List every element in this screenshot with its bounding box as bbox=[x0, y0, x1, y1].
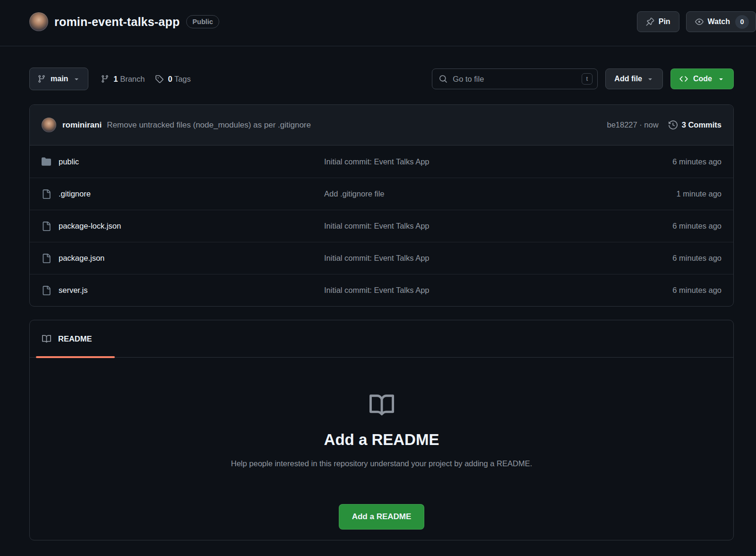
commit-time: 6 minutes ago bbox=[663, 222, 722, 231]
readme-blankslate: Add a README Help people interested in t… bbox=[30, 393, 733, 530]
table-row[interactable]: package-lock.json Initial commit: Event … bbox=[30, 210, 733, 242]
watch-button[interactable]: Watch 0 bbox=[686, 11, 756, 32]
search-icon bbox=[439, 75, 447, 83]
table-row[interactable]: server.js Initial commit: Event Talks Ap… bbox=[30, 274, 733, 306]
chevron-down-icon bbox=[646, 75, 654, 83]
pin-button[interactable]: Pin bbox=[637, 11, 679, 32]
commit-message[interactable]: Add .gitignore file bbox=[324, 189, 667, 198]
code-button[interactable]: Code bbox=[670, 68, 734, 89]
commits-count: 3 bbox=[682, 120, 686, 129]
file-table: public Initial commit: Event Talks App 6… bbox=[30, 145, 733, 306]
repo-title[interactable]: romin-event-talks-app bbox=[54, 15, 180, 29]
chevron-down-icon bbox=[717, 75, 725, 83]
pin-icon bbox=[646, 17, 654, 26]
blankslate-description: Help people interested in this repositor… bbox=[30, 459, 733, 468]
folder-icon bbox=[42, 157, 51, 166]
visibility-badge: Public bbox=[186, 15, 219, 28]
repo-header: romin-event-talks-app Public Pin Watch 0 bbox=[0, 0, 756, 46]
file-icon bbox=[42, 286, 51, 295]
commit-sha-and-time[interactable]: be18227 · now bbox=[607, 120, 658, 129]
latest-commit-bar: rominirani Remove untracked files (node_… bbox=[30, 105, 733, 145]
commit-author-avatar[interactable] bbox=[42, 118, 56, 132]
file-name[interactable]: public bbox=[59, 157, 79, 166]
code-button-label: Code bbox=[693, 75, 712, 83]
tab-readme[interactable]: README bbox=[42, 334, 92, 343]
commit-history-link[interactable]: 3 Commits bbox=[669, 120, 722, 129]
history-icon bbox=[669, 120, 678, 129]
active-tab-underline bbox=[36, 356, 115, 358]
go-to-file-search: t bbox=[432, 68, 598, 89]
file-browser: rominirani Remove untracked files (node_… bbox=[29, 104, 734, 307]
readme-header: README bbox=[30, 320, 733, 358]
file-name[interactable]: package.json bbox=[59, 254, 104, 263]
commits-count-label: Commits bbox=[688, 120, 722, 129]
keyboard-shortcut-hint: t bbox=[582, 73, 593, 85]
watch-button-label: Watch bbox=[708, 17, 730, 26]
file-icon bbox=[42, 189, 51, 199]
commit-time: 6 minutes ago bbox=[663, 254, 722, 263]
watch-counter: 0 bbox=[735, 15, 749, 29]
repo-owner-avatar[interactable] bbox=[29, 12, 48, 31]
latest-commit-message[interactable]: Remove untracked files (node_modules) as… bbox=[107, 120, 599, 130]
table-row[interactable]: public Initial commit: Event Talks App 6… bbox=[30, 145, 733, 178]
commit-author-name[interactable]: rominirani bbox=[62, 120, 102, 130]
tag-count-label: Tags bbox=[174, 75, 191, 83]
go-to-file-input[interactable] bbox=[452, 74, 581, 84]
blankslate-heading: Add a README bbox=[30, 431, 733, 449]
git-branch-icon bbox=[101, 75, 109, 83]
tab-readme-label: README bbox=[58, 334, 92, 343]
pin-button-label: Pin bbox=[659, 17, 670, 26]
file-icon bbox=[42, 254, 51, 263]
commit-message[interactable]: Initial commit: Event Talks App bbox=[324, 157, 663, 166]
branch-count-label: Branch bbox=[120, 75, 145, 83]
branch-selector-button[interactable]: main bbox=[29, 68, 88, 90]
readme-section: README Add a README Help people interest… bbox=[29, 320, 734, 540]
commit-time: 6 minutes ago bbox=[663, 157, 722, 166]
file-name[interactable]: server.js bbox=[59, 286, 87, 295]
branches-link[interactable]: 1 Branch bbox=[101, 75, 145, 84]
repo-toolbar: main 1 Branch 0 Tags t Add file bbox=[29, 68, 734, 90]
file-icon bbox=[42, 222, 51, 231]
book-icon bbox=[369, 393, 394, 418]
commit-time: 6 minutes ago bbox=[663, 286, 722, 295]
chevron-down-icon bbox=[73, 75, 80, 83]
add-file-button-label: Add file bbox=[614, 75, 642, 83]
tag-icon bbox=[155, 75, 163, 83]
branch-count: 1 bbox=[113, 75, 118, 83]
tags-link[interactable]: 0 Tags bbox=[155, 75, 190, 84]
table-row[interactable]: .gitignore Add .gitignore file 1 minute … bbox=[30, 178, 733, 210]
commit-time: 1 minute ago bbox=[667, 189, 722, 198]
commit-message[interactable]: Initial commit: Event Talks App bbox=[324, 254, 663, 263]
file-name[interactable]: package-lock.json bbox=[59, 222, 121, 231]
add-readme-button[interactable]: Add a README bbox=[339, 504, 425, 530]
table-row[interactable]: package.json Initial commit: Event Talks… bbox=[30, 242, 733, 274]
code-icon bbox=[679, 75, 688, 83]
commit-message[interactable]: Initial commit: Event Talks App bbox=[324, 222, 663, 231]
eye-icon bbox=[695, 17, 704, 26]
git-branch-icon bbox=[37, 75, 46, 83]
commit-message[interactable]: Initial commit: Event Talks App bbox=[324, 286, 663, 295]
add-file-button[interactable]: Add file bbox=[605, 68, 663, 89]
book-icon bbox=[42, 334, 51, 343]
branch-selector-label: main bbox=[51, 75, 68, 83]
tag-count: 0 bbox=[168, 75, 172, 83]
file-name[interactable]: .gitignore bbox=[59, 189, 91, 198]
